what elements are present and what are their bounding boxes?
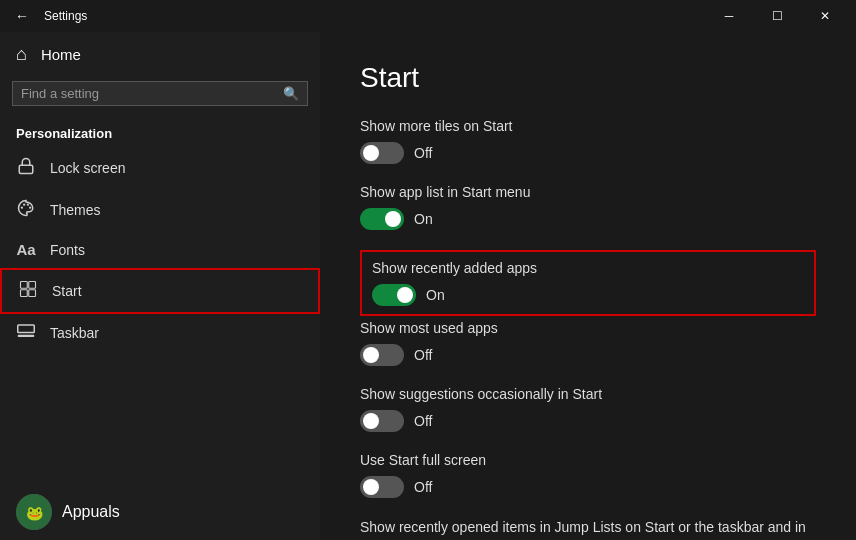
sidebar-item-start-label: Start <box>52 283 82 299</box>
taskbar-icon <box>16 324 36 342</box>
setting-full-screen-label: Use Start full screen <box>360 452 816 468</box>
sidebar-section-label: Personalization <box>0 118 320 147</box>
themes-icon <box>16 199 36 221</box>
svg-rect-5 <box>21 282 28 289</box>
svg-point-2 <box>23 204 25 206</box>
close-button[interactable]: ✕ <box>802 0 848 32</box>
setting-show-suggestions-label: Show suggestions occasionally in Start <box>360 386 816 402</box>
home-label: Home <box>41 46 81 63</box>
sidebar-item-taskbar-label: Taskbar <box>50 325 99 341</box>
maximize-button[interactable]: ☐ <box>754 0 800 32</box>
sidebar-item-fonts-label: Fonts <box>50 242 85 258</box>
toggle-show-more-tiles[interactable] <box>360 142 404 164</box>
minimize-button[interactable]: ─ <box>706 0 752 32</box>
sidebar-item-lock-screen[interactable]: Lock screen <box>0 147 320 189</box>
setting-show-recently-added-label: Show recently added apps <box>372 260 804 276</box>
toggle-full-screen-knob <box>363 479 379 495</box>
user-avatar-area: 🐸 Appuals <box>0 484 320 540</box>
window-controls: ─ ☐ ✕ <box>706 0 848 32</box>
svg-rect-7 <box>21 290 28 297</box>
svg-rect-9 <box>18 325 35 333</box>
toggle-show-app-list-state: On <box>414 211 433 227</box>
avatar: 🐸 <box>16 494 52 530</box>
toggle-show-more-tiles-knob <box>363 145 379 161</box>
sidebar: ⌂ Home 🔍 Personalization Lock screen <box>0 32 320 540</box>
avatar-label: Appuals <box>62 503 120 521</box>
setting-full-screen: Use Start full screen Off <box>360 452 816 498</box>
sidebar-item-lock-screen-label: Lock screen <box>50 160 125 176</box>
toggle-full-screen[interactable] <box>360 476 404 498</box>
toggle-show-recently-added-knob <box>397 287 413 303</box>
toggle-show-most-used-state: Off <box>414 347 432 363</box>
toggle-show-suggestions-state: Off <box>414 413 432 429</box>
toggle-full-screen-state: Off <box>414 479 432 495</box>
svg-rect-8 <box>29 290 36 297</box>
sidebar-item-themes-label: Themes <box>50 202 101 218</box>
lock-screen-icon <box>16 157 36 179</box>
search-box[interactable]: 🔍 <box>12 81 308 106</box>
svg-point-4 <box>29 207 31 209</box>
start-icon <box>18 280 38 302</box>
setting-show-app-list-label: Show app list in Start menu <box>360 184 816 200</box>
setting-show-recently-opened: Show recently opened items in Jump Lists… <box>360 518 816 540</box>
setting-show-most-used-label: Show most used apps <box>360 320 816 336</box>
page-title: Start <box>360 62 816 94</box>
home-icon: ⌂ <box>16 44 27 65</box>
search-icon: 🔍 <box>283 86 299 101</box>
svg-point-3 <box>27 204 29 206</box>
main-layout: ⌂ Home 🔍 Personalization Lock screen <box>0 32 856 540</box>
setting-show-more-tiles: Show more tiles on Start Off <box>360 118 816 164</box>
title-bar: ← Settings ─ ☐ ✕ <box>0 0 856 32</box>
svg-rect-6 <box>29 282 36 289</box>
setting-show-most-used: Show most used apps Off <box>360 320 816 366</box>
svg-text:🐸: 🐸 <box>26 505 44 522</box>
content-area: Start Show more tiles on Start Off Show … <box>320 32 856 540</box>
svg-rect-10 <box>18 335 35 337</box>
toggle-show-suggestions[interactable] <box>360 410 404 432</box>
back-button[interactable]: ← <box>8 2 36 30</box>
toggle-show-more-tiles-state: Off <box>414 145 432 161</box>
toggle-show-app-list[interactable] <box>360 208 404 230</box>
sidebar-item-home[interactable]: ⌂ Home <box>0 32 320 77</box>
sidebar-item-start[interactable]: Start <box>0 268 320 314</box>
setting-show-suggestions: Show suggestions occasionally in Start O… <box>360 386 816 432</box>
toggle-show-recently-added[interactable] <box>372 284 416 306</box>
svg-point-1 <box>21 207 23 209</box>
toggle-show-recently-added-state: On <box>426 287 445 303</box>
sidebar-item-themes[interactable]: Themes <box>0 189 320 231</box>
highlighted-setting-recently-added: Show recently added apps On <box>360 250 816 316</box>
app-title: Settings <box>44 9 87 23</box>
setting-show-recently-opened-label: Show recently opened items in Jump Lists… <box>360 518 816 540</box>
toggle-show-suggestions-knob <box>363 413 379 429</box>
setting-show-more-tiles-label: Show more tiles on Start <box>360 118 816 134</box>
setting-show-app-list: Show app list in Start menu On <box>360 184 816 230</box>
sidebar-item-taskbar[interactable]: Taskbar <box>0 314 320 352</box>
fonts-icon: Aa <box>16 241 36 258</box>
toggle-show-most-used[interactable] <box>360 344 404 366</box>
toggle-show-most-used-knob <box>363 347 379 363</box>
sidebar-item-fonts[interactable]: Aa Fonts <box>0 231 320 268</box>
svg-rect-0 <box>19 165 33 173</box>
search-input[interactable] <box>21 86 277 101</box>
toggle-show-app-list-knob <box>385 211 401 227</box>
